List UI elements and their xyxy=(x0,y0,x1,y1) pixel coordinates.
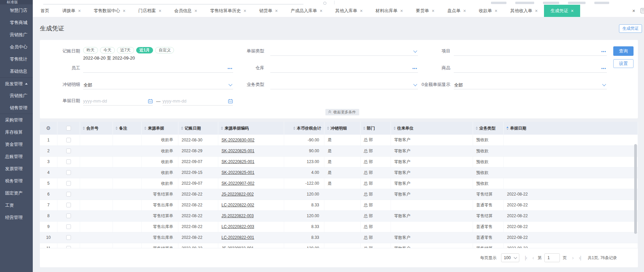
sidebar-item-工资[interactable]: 工资 xyxy=(0,199,33,211)
sidebar-item-营销推广[interactable]: 营销推广 xyxy=(0,29,33,41)
table-row[interactable]: 10零售出库单2022-08-22LC-20220822-0018.33总 部零… xyxy=(40,232,638,243)
tab-close-icon[interactable]: × xyxy=(78,8,81,13)
tab-close-icon[interactable]: × xyxy=(571,8,573,13)
column-header-writeoff[interactable]: 冲销明细 xyxy=(324,122,360,135)
first-page-icon[interactable]: |‹ xyxy=(525,255,527,260)
sidebar-item-发票管理[interactable]: 发票管理 xyxy=(0,163,33,175)
row-checkbox[interactable] xyxy=(66,181,71,186)
next-page-icon[interactable]: › xyxy=(572,255,573,260)
sidebar-item-会员中心[interactable]: 会员中心 xyxy=(0,41,33,53)
settings-button[interactable]: 设置 xyxy=(613,59,634,68)
source-doc-link[interactable]: SK-20220825-001 xyxy=(222,149,254,153)
sort-icon[interactable] xyxy=(363,127,365,130)
tab-close-icon[interactable]: × xyxy=(320,8,322,13)
table-row[interactable]: 5收款单2022-09-07SK-20220907-002-122.00是总 部… xyxy=(40,178,638,189)
gear-icon[interactable]: ⚙ xyxy=(46,125,51,131)
sort-icon[interactable] xyxy=(293,127,295,130)
source-doc-link[interactable]: LC-20220822-001 xyxy=(222,235,254,240)
employee-picker[interactable]: ••• xyxy=(83,64,233,73)
row-checkbox[interactable] xyxy=(66,170,71,175)
table-row[interactable]: 8零售结算单2022-08-22JS-20220822-003120.00总 部… xyxy=(40,210,638,221)
tab-close-icon[interactable]: × xyxy=(400,8,403,13)
column-header-merge_no[interactable]: 合并号 xyxy=(80,122,113,135)
tab-其他入库单[interactable]: 其他入库单× xyxy=(329,5,369,17)
sidebar-item-总账管理[interactable]: 总账管理 xyxy=(0,151,33,163)
row-checkbox[interactable] xyxy=(66,224,71,229)
tab-要货单[interactable]: 要货单× xyxy=(410,5,441,17)
table-scrollbar-thumb[interactable] xyxy=(634,144,637,234)
project-picker[interactable]: ••• xyxy=(454,47,607,56)
sidebar-item-经营管理[interactable]: 经营管理 xyxy=(0,211,33,224)
tab-产成品入库单[interactable]: 产成品入库单× xyxy=(284,5,329,17)
sidebar-item-采购管理[interactable]: 采购管理 xyxy=(0,114,33,126)
tab-close-icon[interactable]: × xyxy=(360,8,363,13)
collapse-conditions-button[interactable]: 收起更多条件 xyxy=(325,109,359,115)
column-header-source_doc_no[interactable]: 来源单据编码 xyxy=(218,122,284,135)
sidebar-item-资金管理[interactable]: 资金管理 xyxy=(0,138,33,151)
writeoff-detail-select[interactable]: 全部 xyxy=(83,81,233,89)
source-doc-link[interactable]: JS-20220822-003 xyxy=(222,213,254,218)
sort-icon[interactable] xyxy=(221,127,223,130)
tab-零售数据中心[interactable]: 零售数据中心× xyxy=(87,5,132,17)
per-page-select[interactable]: 100 xyxy=(501,253,519,262)
table-row[interactable]: 2收款单2022-08-29SK-20220825-00190.00是总 部零散… xyxy=(40,145,638,156)
tab-list-menu-icon[interactable] xyxy=(641,8,644,13)
sort-icon[interactable] xyxy=(506,127,509,130)
warehouse-picker[interactable]: ••• xyxy=(270,64,418,73)
source-doc-link[interactable]: LC-20220822-003 xyxy=(222,224,254,229)
tab-门店档案[interactable]: 门店档案× xyxy=(132,5,168,17)
row-checkbox[interactable] xyxy=(66,213,71,218)
column-header-remark[interactable]: 备注 xyxy=(113,122,141,135)
sidebar-item-税务管理[interactable]: 税务管理 xyxy=(0,175,33,187)
tab-会员信息[interactable]: 会员信息× xyxy=(168,5,204,17)
tab-零售结算单历史[interactable]: 零售结算单历史× xyxy=(204,5,253,17)
sidebar-item-营销推广[interactable]: 营销推广 xyxy=(0,90,33,102)
calendar-icon[interactable] xyxy=(148,99,153,104)
row-checkbox[interactable] xyxy=(66,159,71,164)
sidebar-item-批发管理[interactable]: 批发管理 xyxy=(0,77,33,90)
page-number-input[interactable] xyxy=(544,253,560,262)
column-header-amount[interactable]: 本币价税合计 xyxy=(284,122,324,135)
sort-icon[interactable] xyxy=(327,127,329,130)
row-checkbox[interactable] xyxy=(66,203,71,207)
sidebar-item-基础信息[interactable]: 基础信息 xyxy=(0,65,33,77)
calendar-icon[interactable] xyxy=(228,99,233,104)
column-header-source_doc[interactable]: 来源单据 xyxy=(141,122,178,135)
quick-date-pill-今天[interactable]: 今天 xyxy=(100,47,115,53)
sort-icon[interactable] xyxy=(83,127,85,130)
sidebar-item-固定资产[interactable]: 固定资产 xyxy=(0,187,33,199)
sort-icon[interactable] xyxy=(476,127,478,130)
row-checkbox[interactable] xyxy=(66,235,71,240)
doc-type-select[interactable] xyxy=(270,47,418,56)
tab-close-icon[interactable]: × xyxy=(495,8,497,13)
source-doc-link[interactable]: JS-20220822-001 xyxy=(222,246,254,248)
table-row[interactable]: 1收款单2022-08-30SK-20220830-002-90.00是总 部零… xyxy=(40,135,638,145)
table-row[interactable]: 7零售出库单2022-08-22LC-20220822-0028.33总 部普通… xyxy=(40,200,638,210)
quick-date-pill-昨天[interactable]: 昨天 xyxy=(83,47,98,53)
tab-close-icon[interactable]: × xyxy=(275,8,278,13)
close-all-tabs-icon[interactable]: × xyxy=(632,8,635,14)
sidebar-item-零售统计[interactable]: 零售统计 xyxy=(0,53,33,65)
prev-page-icon[interactable]: ‹ xyxy=(532,255,534,260)
tab-close-icon[interactable]: × xyxy=(463,8,466,13)
column-header-doc_date[interactable]: 单据日期 xyxy=(503,122,638,135)
table-row[interactable]: 9零售出库单2022-08-22LC-20220822-0038.33总 部普通… xyxy=(40,221,638,232)
tab-材料出库单[interactable]: 材料出库单× xyxy=(369,5,410,17)
sort-icon[interactable] xyxy=(144,127,146,130)
sidebar-item-库存核算[interactable]: 库存核算 xyxy=(0,126,33,138)
sidebar-item-零售商城[interactable]: 零售商城 xyxy=(0,17,33,29)
tab-收款单[interactable]: 收款单× xyxy=(472,5,504,17)
tab-其他收入单[interactable]: 其他收入单× xyxy=(504,5,544,17)
tab-close-icon[interactable]: × xyxy=(195,8,197,13)
doc-date-start-input[interactable] xyxy=(83,98,148,104)
column-header-booking_date[interactable]: 记账日期 xyxy=(178,122,218,135)
sidebar-item-销售管理[interactable]: 销售管理 xyxy=(0,102,33,114)
sort-icon[interactable] xyxy=(181,127,183,130)
select-all-checkbox[interactable] xyxy=(66,126,71,131)
sort-icon[interactable] xyxy=(394,127,396,130)
row-checkbox[interactable] xyxy=(66,138,71,142)
biz-type-select[interactable] xyxy=(270,81,418,89)
table-rows-viewport[interactable]: 1收款单2022-08-30SK-20220830-002-90.00是总 部零… xyxy=(40,135,638,248)
table-row[interactable]: 3收款单2022-09-07SK-20220825-001123.00是总 部零… xyxy=(40,156,638,167)
product-picker[interactable]: ••• xyxy=(454,64,607,73)
